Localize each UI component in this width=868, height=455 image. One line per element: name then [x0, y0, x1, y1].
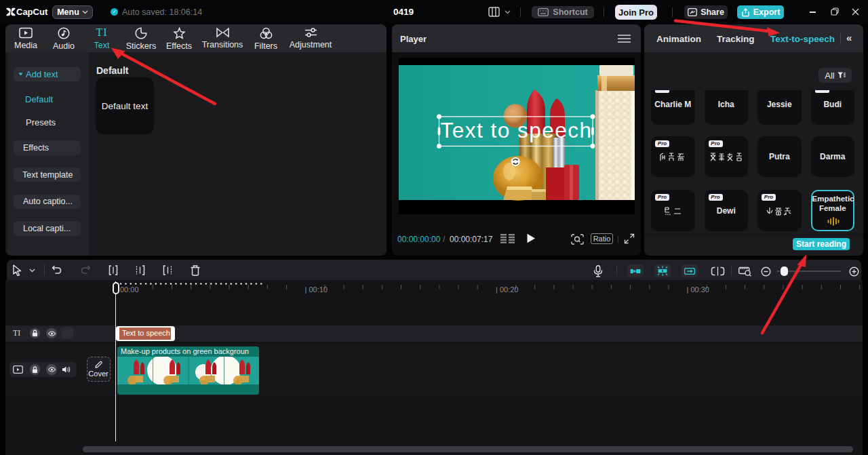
svg-text:| 00:20: | 00:20	[496, 285, 518, 294]
svg-text:| 00:30: | 00:30	[687, 285, 709, 294]
svg-text:00:00: 00:00	[120, 285, 139, 294]
svg-text:| 00:10: | 00:10	[305, 285, 328, 294]
svg-text:Text to speech: Text to speech	[441, 118, 593, 142]
